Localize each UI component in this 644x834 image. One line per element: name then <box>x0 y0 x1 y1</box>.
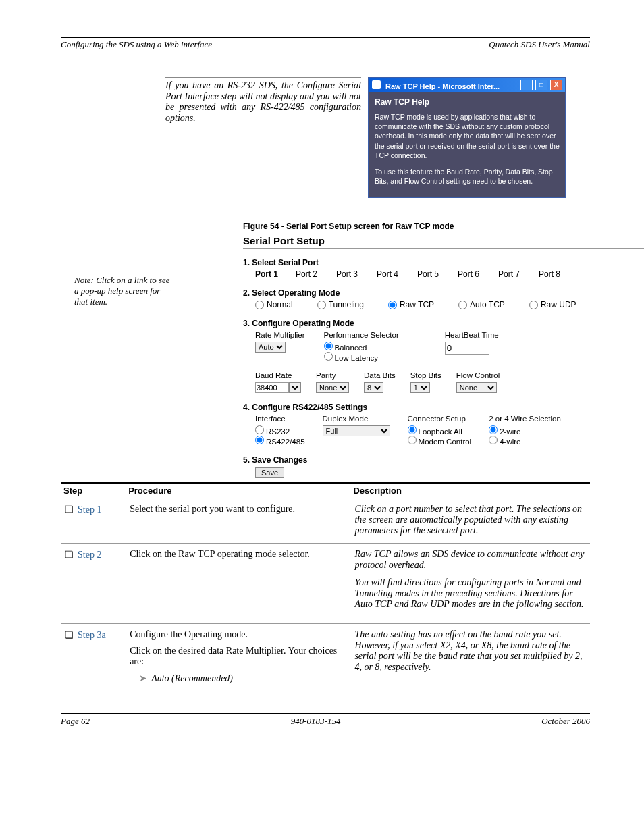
mode-normal[interactable]: Normal <box>255 300 293 309</box>
connector-modem[interactable]: Modem Control <box>408 436 472 446</box>
footer-page: Page 62 <box>61 716 90 727</box>
section-2-heading: 2. Select Operating Mode <box>243 288 644 298</box>
page-footer: Page 62 940-0183-154 October 2006 <box>61 713 590 727</box>
wire-selection-label: 2 or 4 Wire Selection <box>489 415 561 423</box>
help-paragraph-2: To use this feature the Baud Rate, Parit… <box>375 167 560 186</box>
port-link[interactable]: Port 3 <box>336 269 377 279</box>
procedure-cell: Configure the Operating mode. Click on t… <box>126 624 350 697</box>
wire-4[interactable]: 4-wire <box>489 436 561 446</box>
mode-raw-udp[interactable]: Raw UDP <box>529 300 576 309</box>
header-left: Configuring the SDS using a Web interfac… <box>61 39 212 50</box>
stop-bits-label: Stop Bits <box>410 371 441 380</box>
connector-loopback[interactable]: Loopback All <box>408 425 472 436</box>
duplex-select[interactable]: Full <box>323 425 390 436</box>
data-bits-select[interactable]: 8 <box>364 382 383 393</box>
checkbox-icon: ❏ <box>65 549 74 560</box>
description-cell: The auto setting has no effect on the ba… <box>350 624 590 697</box>
maximize-icon[interactable]: □ <box>535 80 547 90</box>
table-row: ❏Step 3a Configure the Operating mode. C… <box>61 624 590 697</box>
section-4-heading: 4. Configure RS422/485 Settings <box>243 402 644 412</box>
port-link[interactable]: Port 4 <box>377 269 417 279</box>
performance-selector-label: Performance Selector <box>324 331 399 339</box>
help-heading: Raw TCP Help <box>375 97 560 107</box>
mode-raw-tcp[interactable]: Raw TCP <box>388 300 434 309</box>
port-link[interactable]: Port 6 <box>458 269 498 279</box>
parity-label: Parity <box>316 371 349 380</box>
duplex-label: Duplex Mode <box>323 415 390 423</box>
operating-mode-row: Normal Tunneling Raw TCP Auto TCP Raw UD… <box>255 300 644 309</box>
port-link[interactable]: Port 7 <box>498 269 539 279</box>
serial-port-setup: Note: Click on a link to see a pop-up he… <box>243 258 644 478</box>
setup-title: Serial Port Setup <box>243 235 644 249</box>
checkbox-icon: ❏ <box>65 629 74 640</box>
mode-tunneling[interactable]: Tunneling <box>317 300 364 309</box>
port-link[interactable]: Port 5 <box>417 269 458 279</box>
rate-multiplier-select[interactable]: Auto <box>255 342 286 353</box>
connector-setup-label: Connector Setup <box>408 415 472 423</box>
step-label: Step 2 <box>78 550 101 560</box>
table-row: ❏Step 2 Click on the Raw TCP operating m… <box>61 544 590 624</box>
rate-multiplier-label: Rate Multiplier <box>255 331 305 339</box>
step-label: Step 3a <box>78 630 106 640</box>
flow-control-select[interactable]: None <box>456 382 497 393</box>
step-label: Step 1 <box>78 504 101 515</box>
procedure-table: Step Procedure Description ❏Step 1 Selec… <box>61 482 590 696</box>
help-window-titlebar: Raw TCP Help - Microsoft Inter... _ □ X <box>369 78 565 92</box>
heartbeat-input[interactable] <box>445 342 489 355</box>
heartbeat-label: HeartBeat Time <box>445 331 499 339</box>
interface-label: Interface <box>255 415 305 423</box>
procedure-cell: Click on the Raw TCP operating mode sele… <box>126 544 350 624</box>
parity-select[interactable]: None <box>316 382 349 393</box>
port-link[interactable]: Port 8 <box>539 269 579 279</box>
mode-auto-tcp[interactable]: Auto TCP <box>458 300 505 309</box>
arrow-icon: ➤ <box>139 673 147 683</box>
baud-rate-label: Baud Rate <box>255 371 301 380</box>
checkbox-icon: ❏ <box>65 504 74 515</box>
perf-low-latency[interactable]: Low Latency <box>324 352 399 362</box>
minimize-icon[interactable]: _ <box>520 80 533 90</box>
port-list: Port 1 Port 2 Port 3 Port 4 Port 5 Port … <box>255 269 644 279</box>
intro-note: If you have an RS-232 SDS, the Configure… <box>165 77 361 124</box>
description-cell: Raw TCP allows an SDS device to communic… <box>350 544 590 624</box>
help-paragraph-1: Raw TCP mode is used by applications tha… <box>375 112 560 160</box>
data-bits-label: Data Bits <box>364 371 396 380</box>
baud-rate-input[interactable] <box>255 382 289 393</box>
help-window-title: Raw TCP Help - Microsoft Inter... <box>385 82 500 90</box>
table-row: ❏Step 1 Select the serial port you want … <box>61 498 590 544</box>
figure-caption: Figure 54 - Serial Port Setup screen for… <box>243 221 590 231</box>
flow-control-label: Flow Control <box>456 371 500 380</box>
perf-balanced[interactable]: Balanced <box>324 342 399 352</box>
procedure-cell: Select the serial port you want to confi… <box>126 498 350 544</box>
description-cell: Click on a port number to select that po… <box>350 498 590 544</box>
col-procedure: Procedure <box>126 483 350 498</box>
interface-rs422[interactable]: RS422/485 <box>255 436 305 446</box>
section-3-heading: 3. Configure Operating Mode <box>243 319 644 328</box>
ie-icon <box>372 80 381 89</box>
col-step: Step <box>61 483 126 498</box>
interface-rs232[interactable]: RS232 <box>255 425 305 436</box>
close-icon[interactable]: X <box>550 80 562 90</box>
section-5-heading: 5. Save Changes <box>243 455 644 465</box>
help-window-body: Raw TCP Help Raw TCP mode is used by app… <box>369 92 565 197</box>
page-header: Configuring the SDS using a Web interfac… <box>61 37 590 50</box>
save-button[interactable]: Save <box>255 467 284 478</box>
section-1-heading: 1. Select Serial Port <box>243 258 644 267</box>
col-description: Description <box>350 483 590 498</box>
port-link[interactable]: Port 1 <box>255 269 296 279</box>
footer-docid: 940-0183-154 <box>291 716 341 727</box>
baud-rate-dropdown-icon[interactable] <box>289 382 301 393</box>
stop-bits-select[interactable]: 1 <box>410 382 430 393</box>
wire-2[interactable]: 2-wire <box>489 425 561 436</box>
margin-note: Note: Click on a link to see a pop-up he… <box>74 273 176 307</box>
header-right: Quatech SDS User's Manual <box>489 39 590 50</box>
footer-date: October 2006 <box>541 716 590 727</box>
port-link[interactable]: Port 2 <box>296 269 336 279</box>
help-window: Raw TCP Help - Microsoft Inter... _ □ X … <box>368 77 566 198</box>
